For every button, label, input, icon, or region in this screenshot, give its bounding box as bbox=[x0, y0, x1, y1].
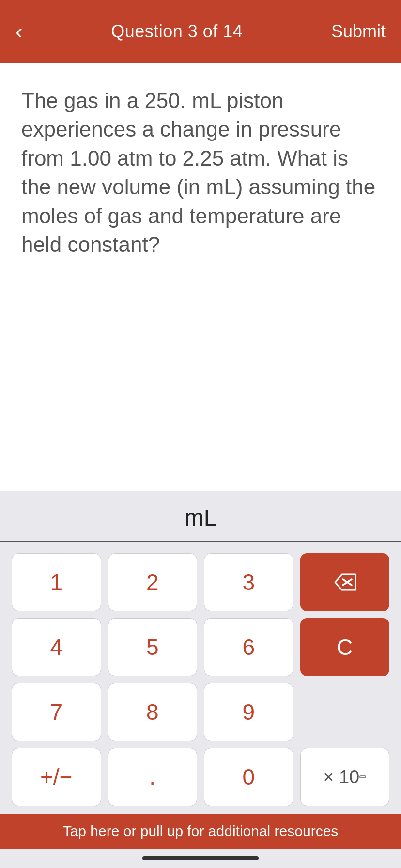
key-8[interactable]: 8 bbox=[108, 683, 198, 741]
calculator-panel: mL 1 2 3 4 5 6 C 7 8 9 +/− . 0 bbox=[0, 491, 401, 868]
clear-label: C bbox=[337, 634, 353, 660]
key-9[interactable]: 9 bbox=[204, 683, 293, 741]
clear-button[interactable]: C bbox=[300, 618, 390, 676]
key-2[interactable]: 2 bbox=[108, 553, 198, 611]
home-bar bbox=[142, 856, 259, 860]
key-0[interactable]: 0 bbox=[204, 748, 293, 806]
resources-bar[interactable]: Tap here or pull up for additional resou… bbox=[0, 814, 401, 849]
answer-display: mL bbox=[19, 504, 382, 535]
key-7[interactable]: 7 bbox=[12, 683, 101, 741]
backspace-icon bbox=[332, 573, 357, 592]
key-3[interactable]: 3 bbox=[204, 553, 293, 611]
key-6[interactable]: 6 bbox=[204, 618, 293, 676]
keypad: 1 2 3 4 5 6 C 7 8 9 +/− . 0 × 10 bbox=[0, 542, 401, 814]
key-4[interactable]: 4 bbox=[12, 618, 101, 676]
key-x10[interactable]: × 10 bbox=[300, 748, 390, 806]
submit-button[interactable]: Submit bbox=[331, 21, 386, 42]
key-decimal[interactable]: . bbox=[108, 748, 198, 806]
key-5[interactable]: 5 bbox=[108, 618, 198, 676]
backspace-button[interactable] bbox=[300, 553, 390, 611]
home-indicator bbox=[0, 849, 401, 868]
key-1[interactable]: 1 bbox=[12, 553, 101, 611]
resources-label: Tap here or pull up for additional resou… bbox=[63, 823, 339, 839]
question-text: The gas in a 250. mL piston experiences … bbox=[21, 86, 380, 259]
answer-unit: mL bbox=[185, 505, 217, 530]
question-progress: Question 3 of 14 bbox=[111, 21, 243, 42]
answer-row: mL bbox=[0, 491, 401, 542]
header: ‹ Question 3 of 14 Submit bbox=[0, 0, 401, 63]
question-area: The gas in a 250. mL piston experiences … bbox=[0, 63, 401, 259]
back-button[interactable]: ‹ bbox=[15, 19, 23, 44]
key-plusminus[interactable]: +/− bbox=[12, 748, 101, 806]
